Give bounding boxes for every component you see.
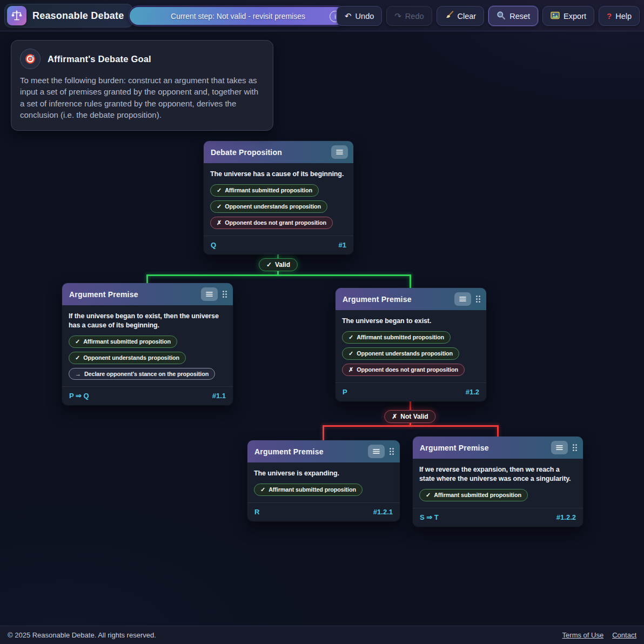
undo-button[interactable]: ↶ Undo (337, 6, 382, 26)
status-pill: ✓Opponent understands proposition (342, 347, 459, 360)
not-valid-badge: ✗ Not Valid (384, 410, 435, 423)
redo-icon: ↷ (394, 12, 401, 20)
status-pill: ✓Affirmant submitted proposition (210, 184, 319, 197)
node-header: Argument Premise (336, 288, 486, 310)
node-statement: If the universe began to exist, then the… (69, 312, 226, 330)
hamburger-icon (459, 297, 466, 301)
scales-logo-icon (7, 6, 26, 25)
status-pill-label: Affirmant submitted proposition (434, 492, 521, 498)
node-menu-button[interactable] (368, 445, 385, 458)
redo-label: Redo (405, 12, 424, 21)
node-header: Argument Premise (62, 283, 233, 305)
node-ref: #1.2.1 (373, 508, 393, 516)
node-premise-1-1[interactable]: Argument Premise If the universe began t… (62, 283, 233, 405)
status-pill-label: Opponent understands proposition (225, 203, 321, 210)
app-brand: Reasonable Debate (4, 4, 133, 28)
node-premise-1-2[interactable]: Argument Premise The universe began to e… (336, 288, 486, 401)
image-icon (551, 11, 560, 22)
check-icon: ✓ (260, 486, 265, 493)
page-footer: © 2025 Reasonable Debate. All rights res… (0, 626, 644, 644)
current-step-banner: Current step: Not valid - revisit premis… (129, 6, 347, 26)
drag-handle-icon[interactable] (222, 290, 227, 298)
node-premise-1-2-2[interactable]: Argument Premise If we reverse the expan… (413, 437, 583, 527)
current-step-text: Current step: Not valid - revisit premis… (171, 12, 305, 21)
status-pill: ✓Affirmant submitted proposition (254, 484, 363, 496)
node-statement: The universe began to exist. (342, 317, 480, 326)
question-icon: ? (607, 12, 612, 20)
export-label: Export (564, 12, 586, 21)
not-valid-label: Not Valid (400, 413, 428, 420)
node-header: Argument Premise (413, 437, 583, 459)
node-symbol: Q (211, 241, 216, 249)
node-menu-button[interactable] (454, 292, 471, 306)
contact-link[interactable]: Contact (612, 631, 636, 639)
node-title: Argument Premise (343, 295, 412, 304)
node-title: Argument Premise (420, 444, 489, 452)
reset-button[interactable]: Reset (488, 6, 538, 26)
node-ref: #1.2.2 (556, 513, 576, 521)
hamburger-icon (373, 449, 380, 454)
export-button[interactable]: Export (542, 6, 594, 26)
node-header: Argument Premise (247, 440, 400, 462)
node-title: Debate Proposition (211, 148, 282, 157)
check-icon: ✓ (348, 350, 353, 357)
action-pill-declare-stance[interactable]: →Declare opponent's stance on the propos… (69, 368, 215, 380)
status-pill-label: Opponent understands proposition (357, 350, 453, 357)
terms-of-use-link[interactable]: Terms of Use (562, 631, 604, 639)
node-symbol: S ⇒ T (420, 513, 439, 521)
check-icon: ✓ (217, 187, 222, 194)
target-icon (20, 49, 41, 69)
undo-icon: ↶ (345, 12, 352, 20)
check-icon: ✓ (75, 354, 80, 361)
edge-valid-horizontal (146, 274, 411, 276)
status-pill-label: Opponent does not grant proposition (225, 219, 326, 226)
status-pill-label: Affirmant submitted proposition (83, 338, 171, 345)
node-menu-button[interactable] (201, 287, 218, 301)
node-premise-1-2-1[interactable]: Argument Premise The universe is expandi… (247, 440, 400, 521)
node-header: Debate Proposition (204, 141, 353, 163)
edge-notvalid-horizontal (323, 425, 499, 427)
status-pill-label: Affirmant submitted proposition (357, 334, 444, 340)
valid-badge: ✓ Valid (259, 258, 298, 271)
arrow-right-icon: → (75, 371, 81, 377)
status-pill: ✓Affirmant submitted proposition (419, 489, 528, 501)
help-button[interactable]: ? Help (599, 6, 640, 26)
status-pill-label: Opponent understands proposition (83, 354, 179, 361)
node-statement: The universe has a cause of its beginnin… (210, 170, 347, 179)
node-ref: #1.2 (466, 388, 479, 396)
undo-label: Undo (355, 12, 374, 21)
debate-goal-card: Affirmant's Debate Goal To meet the foll… (11, 40, 273, 131)
cross-icon: ✗ (392, 413, 397, 420)
node-symbol: P (343, 388, 347, 396)
drag-handle-icon[interactable] (389, 447, 394, 455)
valid-label: Valid (275, 261, 290, 269)
status-pill: ✓Affirmant submitted proposition (342, 331, 451, 344)
status-pill: ✗Opponent does not grant proposition (210, 217, 333, 229)
node-statement: The universe is expanding. (254, 469, 393, 478)
app-title: Reasonable Debate (32, 10, 124, 22)
status-pill: ✓Affirmant submitted proposition (69, 336, 177, 348)
cross-icon: ✗ (348, 366, 353, 373)
redo-button[interactable]: ↷ Redo (386, 6, 432, 26)
node-symbol: P ⇒ Q (69, 392, 89, 400)
hamburger-icon (206, 292, 213, 297)
clear-button[interactable]: Clear (437, 6, 485, 26)
node-debate-proposition[interactable]: Debate Proposition The universe has a ca… (204, 141, 353, 254)
goal-title: Affirmant's Debate Goal (48, 54, 151, 64)
hamburger-icon (556, 445, 563, 450)
brush-icon (445, 11, 454, 22)
drag-handle-icon[interactable] (475, 295, 481, 303)
status-pill-label: Affirmant submitted proposition (269, 486, 356, 493)
status-pill: ✓Opponent understands proposition (210, 200, 327, 213)
top-bar: Reasonable Debate Current step: Not vali… (0, 0, 644, 31)
status-pill: ✗Opponent does not grant proposition (342, 364, 465, 376)
node-statement: If we reverse the expansion, then we rea… (419, 465, 576, 484)
node-menu-button[interactable] (331, 145, 348, 159)
action-pill-label: Declare opponent's stance on the proposi… (84, 371, 209, 377)
node-menu-button[interactable] (551, 441, 568, 454)
node-title: Argument Premise (69, 290, 138, 299)
node-title: Argument Premise (254, 447, 324, 456)
copyright-text: © 2025 Reasonable Debate. All rights res… (8, 631, 156, 639)
drag-handle-icon[interactable] (572, 444, 578, 452)
reset-label: Reset (509, 12, 530, 21)
